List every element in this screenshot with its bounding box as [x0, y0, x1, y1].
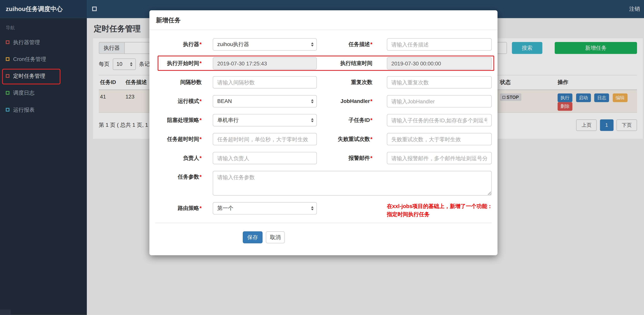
timeout-input[interactable]: [213, 133, 317, 145]
form-row: 执行器* zuihou执行器 任务描述*: [149, 38, 498, 51]
feature-note: 在xxl-jobs项目的基础上，新增了一个功能： 指定时间执行任务: [387, 202, 502, 219]
modal-footer: 保存 取消: [149, 231, 498, 243]
job-param-label: 任务参数*: [158, 171, 202, 183]
add-task-modal: 新增任务 执行器* zuihou执行器 任务描述* 执行开始时间* 执行结束时间…: [149, 10, 498, 255]
form-row: 阻塞处理策略* 单机串行 子任务ID*: [149, 114, 498, 126]
executor-select[interactable]: zuihou执行器: [213, 38, 317, 51]
end-time-label: 执行结束时间*: [323, 57, 372, 70]
route-strategy-label: 路由策略*: [158, 202, 202, 215]
run-mode-label: 运行模式*: [158, 95, 202, 108]
route-strategy-select[interactable]: 第一个: [213, 202, 317, 215]
run-mode-select[interactable]: BEAN: [213, 95, 317, 108]
retry-label: 失败重试次数*: [323, 133, 372, 145]
form-row-route: 路由策略* 第一个 在xxl-jobs项目的基础上，新增了一个功能： 指定时间执…: [149, 202, 498, 215]
block-strategy-select[interactable]: 单机串行: [213, 114, 317, 126]
executor-select-value: zuihou执行器: [217, 41, 249, 47]
owner-input[interactable]: [213, 152, 317, 164]
end-time-input[interactable]: [387, 57, 492, 70]
repeat-input[interactable]: [387, 76, 492, 89]
select-arrows-icon: [311, 118, 314, 122]
modal-divider: [155, 223, 492, 223]
job-desc-label: 任务描述*: [323, 38, 372, 51]
screen: zuihou任务调度中心 注销 导航 执行器管理 Cron任务管理 定时任务管理…: [0, 0, 644, 315]
form-row: 间隔秒数* 重复次数*: [149, 76, 498, 89]
select-arrows-icon: [311, 99, 314, 103]
route-strategy-select-value: 第一个: [217, 205, 233, 211]
repeat-label: 重复次数*: [323, 76, 372, 89]
job-param-textarea[interactable]: [213, 171, 492, 196]
cancel-button[interactable]: 取消: [266, 231, 285, 243]
jobhandler-input[interactable]: [387, 95, 492, 108]
feature-note-line1: 在xxl-jobs项目的基础上，新增了一个功能：: [387, 202, 502, 210]
retry-input[interactable]: [387, 133, 492, 145]
alarm-email-label: 报警邮件*: [323, 152, 372, 164]
interval-label: 间隔秒数*: [158, 76, 202, 89]
save-button[interactable]: 保存: [243, 231, 262, 243]
interval-input[interactable]: [213, 76, 317, 89]
feature-note-line2: 指定时间执行任务: [387, 210, 502, 219]
select-arrows-icon: [311, 42, 314, 47]
form-row: 运行模式* BEAN JobHandler*: [149, 95, 498, 108]
block-strategy-label: 阻塞处理策略*: [158, 114, 202, 126]
block-strategy-select-value: 单机串行: [217, 117, 239, 123]
owner-label: 负责人*: [158, 152, 202, 164]
job-desc-input[interactable]: [387, 38, 492, 51]
run-mode-select-value: BEAN: [217, 98, 232, 104]
modal-title: 新增任务: [149, 10, 498, 30]
alarm-email-input[interactable]: [387, 152, 492, 164]
jobhandler-label: JobHandler*: [323, 95, 372, 108]
modal-header: 新增任务: [149, 10, 498, 30]
child-job-input[interactable]: [387, 114, 492, 126]
modal-body: 执行器* zuihou执行器 任务描述* 执行开始时间* 执行结束时间* 间隔秒…: [149, 30, 498, 243]
form-row: 任务超时时间* 失败重试次数*: [149, 133, 498, 145]
executor-label: 执行器*: [158, 38, 202, 51]
start-time-input[interactable]: [213, 57, 317, 70]
form-row-textarea: 任务参数*: [149, 171, 498, 196]
timeout-label: 任务超时时间*: [158, 133, 202, 145]
child-job-label: 子任务ID*: [323, 114, 372, 126]
select-arrows-icon: [311, 206, 314, 210]
start-time-label: 执行开始时间*: [158, 57, 202, 70]
form-row: 负责人* 报警邮件*: [149, 152, 498, 164]
form-row-highlighted: 执行开始时间* 执行结束时间*: [149, 57, 498, 70]
